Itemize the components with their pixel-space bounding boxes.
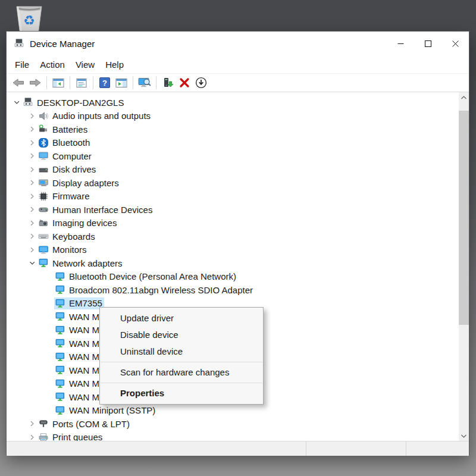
tree-item-computer[interactable]: Computer xyxy=(7,149,469,163)
tree-item-content[interactable]: Monitors xyxy=(37,244,89,256)
scrollbar-up-icon[interactable] xyxy=(459,92,469,102)
chevron-right-icon[interactable] xyxy=(27,231,37,242)
tree-item-content[interactable]: DESKTOP-DAN2GLS xyxy=(22,96,126,108)
context-menu: Update driverDisable deviceUninstall dev… xyxy=(99,307,264,405)
tree-item-desktop-dan2gls[interactable]: DESKTOP-DAN2GLS xyxy=(7,96,469,109)
network-device-icon xyxy=(55,405,65,416)
uninstall-device-button[interactable] xyxy=(177,75,192,90)
scrollbar-down-icon[interactable] xyxy=(459,431,469,441)
tree-item-content[interactable]: Ports (COM & LPT) xyxy=(37,418,131,430)
chevron-spacer xyxy=(43,338,54,349)
chevron-right-icon[interactable] xyxy=(27,137,37,148)
desktop: { "desktop": { "background_top_color": "… xyxy=(0,0,476,476)
chevron-right-icon[interactable] xyxy=(27,151,37,161)
chevron-right-icon[interactable] xyxy=(27,418,37,429)
tree-item-imaging-devices[interactable]: Imaging devices xyxy=(7,217,469,230)
tree-item-label: WAN Miniport (SSTP) xyxy=(69,405,155,415)
chevron-right-icon[interactable] xyxy=(27,111,37,121)
menu-help[interactable]: Help xyxy=(100,57,129,72)
properties-button[interactable] xyxy=(74,75,89,90)
tree-item-print-queues[interactable]: Print queues xyxy=(7,431,469,441)
context-menu-item-scan-for-hardware-changes[interactable]: Scan for hardware changes xyxy=(100,364,263,381)
chevron-down-icon[interactable] xyxy=(11,97,22,108)
svg-text:?: ? xyxy=(102,79,107,87)
context-menu-item-update-driver[interactable]: Update driver xyxy=(100,310,263,327)
scan-for-hardware-changes-button[interactable] xyxy=(137,75,152,90)
tree-item-content[interactable]: Audio inputs and outputs xyxy=(37,110,152,122)
tree-item-content[interactable]: Batteries xyxy=(37,123,89,135)
back-button[interactable] xyxy=(11,75,26,90)
tree-item-content[interactable]: WAN Miniport (SSTP) xyxy=(54,405,157,416)
tree-item-bluetooth-device-personal-area-network[interactable]: Bluetooth Device (Personal Area Network) xyxy=(7,270,469,284)
tree-item-network-adapters[interactable]: Network adapters xyxy=(7,256,469,270)
tree-item-label: Audio inputs and outputs xyxy=(52,111,151,121)
network-device-icon xyxy=(55,325,65,336)
title-bar[interactable]: Device Manager xyxy=(7,32,469,55)
update-driver-button[interactable] xyxy=(160,75,176,90)
imaging-device-icon xyxy=(38,218,49,228)
tree-item-content[interactable]: Disk drives xyxy=(37,164,98,176)
chevron-right-icon[interactable] xyxy=(27,432,37,441)
chevron-down-icon[interactable] xyxy=(27,258,37,268)
scrollbar-thumb[interactable] xyxy=(459,111,469,325)
chevron-right-icon[interactable] xyxy=(27,177,37,188)
chevron-right-icon[interactable] xyxy=(27,218,37,228)
show-action-pane-button[interactable] xyxy=(114,75,129,90)
tree-item-firmware[interactable]: Firmware xyxy=(7,190,469,203)
tree-item-audio-inputs-and-outputs[interactable]: Audio inputs and outputs xyxy=(7,109,469,123)
selected-tree-item-content[interactable]: EM7355 xyxy=(54,298,104,309)
tree-item-label: Monitors xyxy=(52,245,87,255)
update-driver-icon xyxy=(162,77,174,89)
context-menu-item-uninstall-device[interactable]: Uninstall device xyxy=(100,343,263,360)
tree-item-content[interactable]: Keyboards xyxy=(37,230,97,242)
disk-device-icon xyxy=(38,164,49,175)
chevron-right-icon[interactable] xyxy=(27,245,37,255)
chevron-right-icon[interactable] xyxy=(27,164,37,175)
tree-item-content[interactable]: Print queues xyxy=(37,431,104,441)
tree-item-content[interactable]: Computer xyxy=(37,150,93,162)
menu-view[interactable]: View xyxy=(70,57,100,72)
monitor-device-icon xyxy=(38,245,49,255)
context-menu-item-disable-device[interactable]: Disable device xyxy=(100,327,263,343)
tree-item-human-interface-devices[interactable]: Human Interface Devices xyxy=(7,203,469,217)
tree-item-monitors[interactable]: Monitors xyxy=(7,243,469,257)
tree-item-content[interactable]: Bluetooth xyxy=(37,137,92,149)
show-console-tree-button[interactable] xyxy=(51,75,66,90)
tree-item-content[interactable]: Display adapters xyxy=(37,177,121,189)
tree-item-broadcom-802-11abgn-wireless-sdio-adapter[interactable]: Broadcom 802.11abgn Wireless SDIO Adapte… xyxy=(7,283,469,297)
tree-item-display-adapters[interactable]: Display adapters xyxy=(7,176,469,190)
maximize-button[interactable] xyxy=(414,32,441,55)
toolbar: ? xyxy=(7,73,469,92)
chevron-right-icon[interactable] xyxy=(27,124,37,134)
tree-item-content[interactable]: Network adapters xyxy=(37,257,124,269)
tree-item-label: Bluetooth xyxy=(52,137,90,148)
tree-item-batteries[interactable]: Batteries xyxy=(7,123,469,136)
menu-action[interactable]: Action xyxy=(35,57,70,72)
ports-device-icon xyxy=(38,418,49,429)
tree-item-disk-drives[interactable]: Disk drives xyxy=(7,163,469,177)
tree-item-content[interactable]: Broadcom 802.11abgn Wireless SDIO Adapte… xyxy=(54,284,255,296)
action-pane-icon xyxy=(115,77,128,89)
svg-text:♻: ♻ xyxy=(23,13,35,28)
minimize-button[interactable] xyxy=(387,32,414,55)
help-button[interactable]: ? xyxy=(97,75,112,90)
tree-item-ports-com-lpt[interactable]: Ports (COM & LPT) xyxy=(7,417,469,431)
tree-item-bluetooth[interactable]: Bluetooth xyxy=(7,136,469,150)
tree-item-label: Display adapters xyxy=(52,178,119,188)
tree-item-content[interactable]: Human Interface Devices xyxy=(37,203,154,215)
tree-item-content[interactable]: Firmware xyxy=(37,190,92,202)
tree-item-content[interactable]: Bluetooth Device (Personal Area Network) xyxy=(54,271,238,283)
vertical-scrollbar[interactable] xyxy=(459,92,469,441)
tree-item-wan-miniport-sstp[interactable]: WAN Miniport (SSTP) xyxy=(7,404,469,418)
arrow-left-icon xyxy=(12,77,25,88)
close-button[interactable] xyxy=(441,32,469,55)
disable-device-button[interactable] xyxy=(193,75,209,90)
menu-file[interactable]: File xyxy=(10,57,35,72)
context-menu-item-properties[interactable]: Properties xyxy=(100,385,263,402)
tree-item-keyboards[interactable]: Keyboards xyxy=(7,230,469,243)
forward-button[interactable] xyxy=(27,75,43,90)
chevron-right-icon[interactable] xyxy=(27,191,37,202)
chevron-right-icon[interactable] xyxy=(27,204,37,215)
tree-item-content[interactable]: Imaging devices xyxy=(37,217,118,229)
status-bar xyxy=(7,441,469,456)
